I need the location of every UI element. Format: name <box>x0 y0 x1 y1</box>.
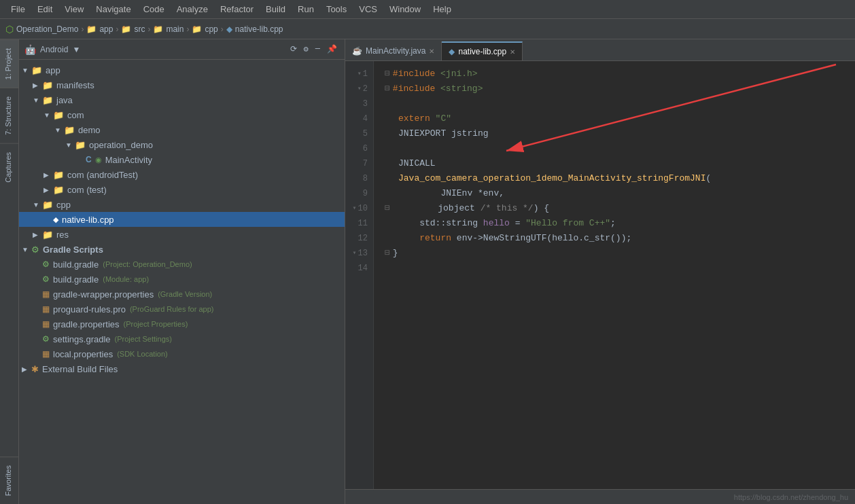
code-editor: ▾1 ▾2 3 4 5 6 7 8 9 ▾10 11 12 ▾13 <box>345 61 855 489</box>
menu-edit[interactable]: Edit <box>32 3 58 16</box>
menu-run[interactable]: Run <box>292 3 319 16</box>
tree-item-demo[interactable]: 📁 demo <box>19 122 345 137</box>
tree-item-androidtest[interactable]: 📁 com (androidTest) <box>19 167 345 182</box>
fold-1[interactable]: ▾ <box>357 67 362 82</box>
arrow-java <box>33 96 41 104</box>
arrow-cpp <box>33 201 41 209</box>
menu-view[interactable]: View <box>59 3 89 16</box>
arrow-opdemo <box>65 141 73 149</box>
tree-item-localprops[interactable]: ▦ local.properties (SDK Location) <box>19 346 345 361</box>
menu-tools[interactable]: Tools <box>321 3 352 16</box>
fold-icon-10[interactable]: ⊟ <box>385 201 390 216</box>
menu-analyze[interactable]: Analyze <box>171 3 213 16</box>
panel-title: Android <box>40 45 68 54</box>
side-tab-captures[interactable]: Captures <box>0 143 18 191</box>
collapse-icon[interactable]: — <box>313 43 322 55</box>
panel-dropdown[interactable]: ▼ <box>72 45 80 54</box>
label-gradle: Gradle Scripts <box>43 245 103 255</box>
label-localprops: local.properties <box>53 349 113 359</box>
label-com: com <box>67 110 84 120</box>
menu-vcs[interactable]: VCS <box>353 3 383 16</box>
tree-item-buildgradle-module[interactable]: ⚙ build.gradle (Module: app) <box>19 272 345 287</box>
label-proguard: proguard-rules.pro <box>53 304 126 314</box>
linenum-1: ▾1 <box>345 67 373 82</box>
sublabel-buildgradle-m: (Module: app) <box>103 275 149 283</box>
tree-item-opdemo[interactable]: 📁 operation_demo <box>19 137 345 152</box>
label-settingsgradle: settings.gradle <box>53 334 111 344</box>
menu-file[interactable]: File <box>5 3 31 16</box>
linenum-14: 14 <box>345 261 373 276</box>
fold-icon-1[interactable]: ⊟ <box>385 67 390 82</box>
std-kw: std::string <box>398 216 483 231</box>
tree-item-nativelib[interactable]: ◆ native-lib.cpp <box>19 212 345 227</box>
breadcrumb-main[interactable]: main <box>166 24 184 34</box>
func-name: Java_com_camera_operation_1demo_MainActi… <box>398 171 705 186</box>
fold-icon-13[interactable]: ⊟ <box>385 246 390 261</box>
fold-10[interactable]: ▾ <box>353 201 357 216</box>
hello-str: "Hello from C++" <box>525 216 610 231</box>
tree-item-cpp[interactable]: 📁 cpp <box>19 197 345 212</box>
java-icon: C <box>86 155 92 164</box>
menu-refactor[interactable]: Refactor <box>215 3 259 16</box>
menu-navigate[interactable]: Navigate <box>90 3 136 16</box>
assign: = <box>510 216 525 231</box>
breadcrumb-project[interactable]: Operation_Demo <box>16 24 78 34</box>
return-kw: return <box>398 231 457 246</box>
tree-item-test[interactable]: 📁 com (test) <box>19 182 345 197</box>
side-tab-structure[interactable]: 7: Structure <box>0 88 18 143</box>
code-line-2: ⊟ #include <string> <box>385 82 855 96</box>
pin-icon[interactable]: 📌 <box>325 43 339 55</box>
tree-item-extbuild[interactable]: ✱ External Build Files <box>19 361 345 376</box>
tree-item-buildgradle-project[interactable]: ⚙ build.gradle (Project: Operation_Demo) <box>19 257 345 272</box>
code-line-4: extern "C" <box>385 111 855 126</box>
folder-icon-cpp2: 📁 <box>42 200 53 210</box>
tab-close-mainactivity[interactable]: ✕ <box>429 48 434 55</box>
folder-icon-cpp: 📁 <box>192 24 202 34</box>
fold-2[interactable]: ▾ <box>357 82 362 96</box>
code-line-3 <box>385 96 855 111</box>
breadcrumb-src[interactable]: src <box>134 24 145 34</box>
breadcrumb-cpp[interactable]: cpp <box>205 24 217 34</box>
gear-icon[interactable]: ⚙ <box>302 43 311 55</box>
tree-item-java[interactable]: 📁 java <box>19 92 345 107</box>
tree-item-manifests[interactable]: 📁 manifests <box>19 77 345 92</box>
code-content[interactable]: ⊟ #include <jni.h> ⊟ #include <string> e… <box>374 61 855 489</box>
tree-item-proguard[interactable]: ▦ proguard-rules.pro (ProGuard Rules for… <box>19 302 345 317</box>
label-buildgradle-m: build.gradle <box>53 274 99 285</box>
tree-item-gradle[interactable]: ⚙ Gradle Scripts <box>19 242 345 257</box>
java-tab-icon: ☕ <box>352 46 362 56</box>
menu-code[interactable]: Code <box>138 3 170 16</box>
side-tab-project[interactable]: 1: Project <box>0 39 18 88</box>
linenum-3: 3 <box>345 96 373 111</box>
breadcrumb-app[interactable]: app <box>99 24 113 34</box>
fold-13[interactable]: ▾ <box>353 246 357 261</box>
sync-icon[interactable]: ⟳ <box>288 43 299 55</box>
tree-item-gradleprops[interactable]: ▦ gradle.properties (Project Properties) <box>19 317 345 331</box>
menu-help[interactable]: Help <box>428 3 457 16</box>
tab-mainactivity[interactable]: ☕ MainActivity.java ✕ <box>345 41 442 60</box>
tree-item-res[interactable]: 📁 res <box>19 227 345 242</box>
linenum-13: ▾13 <box>345 246 373 261</box>
include-string: <string> <box>440 82 483 96</box>
tree-item-settingsgradle[interactable]: ⚙ settings.gradle (Project Settings) <box>19 331 345 346</box>
menu-build[interactable]: Build <box>260 3 291 16</box>
sublabel-settingsgradle: (Project Settings) <box>115 335 172 343</box>
code-line-10: ⊟ jobject /* this */) { <box>385 201 855 216</box>
tree-item-mainactivity[interactable]: C ◉ MainActivity <box>19 152 345 167</box>
tree-item-com[interactable]: 📁 com <box>19 107 345 122</box>
tree-item-app[interactable]: 📁 app <box>19 62 345 77</box>
linenum-7: 7 <box>345 156 373 171</box>
label-gradlewrapper: gradle-wrapper.properties <box>53 289 154 300</box>
panel-header-left: 🤖 Android ▼ <box>24 44 80 55</box>
breadcrumb-file[interactable]: native-lib.cpp <box>235 24 283 34</box>
tab-nativelib[interactable]: ◆ native-lib.cpp ✕ <box>442 41 523 60</box>
fold-icon-2[interactable]: ⊟ <box>385 82 390 96</box>
side-tab-favorites[interactable]: Favorites <box>0 456 18 504</box>
tree-item-gradlewrapper[interactable]: ▦ gradle-wrapper.properties (Gradle Vers… <box>19 287 345 302</box>
status-url: https://blog.csdn.net/zhendong_hu <box>734 493 848 501</box>
cpp-icon: ◆ <box>53 215 58 224</box>
project-panel: 🤖 Android ▼ ⟳ ⚙ — 📌 📁 app 📁 man <box>19 39 345 504</box>
tab-close-nativelib[interactable]: ✕ <box>510 48 515 56</box>
menu-window[interactable]: Window <box>384 3 426 16</box>
extern-kw: extern <box>398 111 436 126</box>
